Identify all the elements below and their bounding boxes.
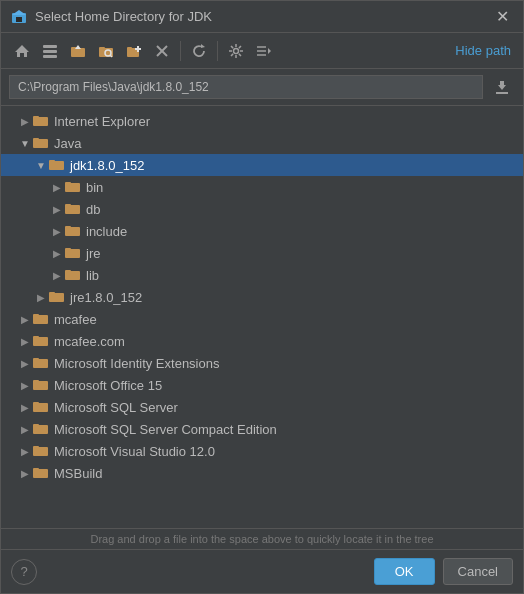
tree-item[interactable]: ▶Microsoft Identity Extensions bbox=[1, 352, 523, 374]
tree-item[interactable]: ▶bin bbox=[1, 176, 523, 198]
close-button[interactable]: ✕ bbox=[492, 7, 513, 27]
tree-chevron[interactable]: ▶ bbox=[33, 292, 49, 303]
tree-item[interactable]: ▼jdk1.8.0_152 bbox=[1, 154, 523, 176]
tree-chevron[interactable]: ▶ bbox=[17, 116, 33, 127]
dialog-title: Select Home Directory for JDK bbox=[35, 9, 212, 24]
folder-browse-btn[interactable] bbox=[93, 38, 119, 64]
svg-rect-47 bbox=[33, 314, 39, 317]
tree-item[interactable]: ▶include bbox=[1, 220, 523, 242]
tree-item-label: jre bbox=[86, 246, 100, 261]
tree-chevron[interactable]: ▼ bbox=[33, 160, 49, 171]
tree-item[interactable]: ▼Java bbox=[1, 132, 523, 154]
folder-icon bbox=[65, 179, 81, 196]
tree-item[interactable]: ▶lib bbox=[1, 264, 523, 286]
tree-item[interactable]: ▶Microsoft SQL Server bbox=[1, 396, 523, 418]
tree-chevron[interactable]: ▶ bbox=[49, 270, 65, 281]
folder-icon bbox=[33, 113, 49, 130]
tree-item[interactable]: ▶Microsoft Visual Studio 12.0 bbox=[1, 440, 523, 462]
toolbar: Hide path bbox=[1, 33, 523, 69]
folder-icon bbox=[33, 311, 49, 328]
folder-icon bbox=[33, 377, 49, 394]
home-btn[interactable] bbox=[9, 38, 35, 64]
svg-rect-41 bbox=[65, 248, 71, 251]
tree-container[interactable]: ▶Internet Explorer▼Java▼jdk1.8.0_152▶bin… bbox=[1, 106, 523, 528]
toolbar-separator bbox=[180, 41, 181, 61]
svg-rect-6 bbox=[43, 55, 57, 58]
tree-chevron[interactable]: ▶ bbox=[17, 424, 33, 435]
tree-chevron[interactable]: ▶ bbox=[17, 314, 33, 325]
new-folder-icon bbox=[126, 43, 142, 59]
cancel-button[interactable]: Cancel bbox=[443, 558, 513, 585]
tree-chevron[interactable]: ▼ bbox=[17, 138, 33, 149]
svg-marker-27 bbox=[498, 81, 506, 90]
svg-marker-25 bbox=[268, 48, 271, 54]
path-input[interactable] bbox=[9, 75, 483, 99]
list-view-btn[interactable] bbox=[37, 38, 63, 64]
folder-up-icon bbox=[70, 43, 86, 59]
ok-button[interactable]: OK bbox=[374, 558, 435, 585]
svg-rect-33 bbox=[49, 160, 55, 163]
svg-rect-53 bbox=[33, 380, 39, 383]
folder-icon bbox=[65, 223, 81, 240]
tree-chevron[interactable]: ▶ bbox=[17, 380, 33, 391]
dialog-icon bbox=[11, 9, 27, 25]
folder-up-btn[interactable] bbox=[65, 38, 91, 64]
svg-marker-20 bbox=[201, 44, 205, 48]
path-download-btn[interactable] bbox=[489, 74, 515, 100]
tree-chevron[interactable]: ▶ bbox=[49, 248, 65, 259]
expand-btn[interactable] bbox=[251, 38, 277, 64]
hide-path-button[interactable]: Hide path bbox=[451, 41, 515, 60]
help-button[interactable]: ? bbox=[11, 559, 37, 585]
folder-icon bbox=[33, 355, 49, 372]
tree-chevron[interactable]: ▶ bbox=[49, 204, 65, 215]
folder-icon bbox=[65, 201, 81, 218]
expand-icon bbox=[256, 43, 272, 59]
tree-chevron[interactable]: ▶ bbox=[17, 468, 33, 479]
svg-rect-57 bbox=[33, 424, 39, 427]
tree-chevron[interactable]: ▶ bbox=[17, 358, 33, 369]
tree-item[interactable]: ▶db bbox=[1, 198, 523, 220]
folder-icon bbox=[65, 267, 81, 284]
tree-item[interactable]: ▶mcafee bbox=[1, 308, 523, 330]
tree-item-label: jre1.8.0_152 bbox=[70, 290, 142, 305]
tree-item-label: Internet Explorer bbox=[54, 114, 150, 129]
folder-icon bbox=[33, 443, 49, 460]
svg-rect-37 bbox=[65, 204, 71, 207]
tree-item[interactable]: ▶Internet Explorer bbox=[1, 110, 523, 132]
folder-icon bbox=[49, 157, 65, 174]
tree-chevron[interactable]: ▶ bbox=[17, 336, 33, 347]
delete-icon bbox=[154, 43, 170, 59]
folder-icon bbox=[33, 333, 49, 350]
download-icon bbox=[494, 79, 510, 95]
folder-icon bbox=[49, 289, 65, 306]
svg-marker-3 bbox=[15, 45, 29, 57]
new-folder-btn[interactable] bbox=[121, 38, 147, 64]
tree-item-label: MSBuild bbox=[54, 466, 102, 481]
svg-rect-59 bbox=[33, 446, 39, 449]
tree-item[interactable]: ▶Microsoft Office 15 bbox=[1, 374, 523, 396]
refresh-btn[interactable] bbox=[186, 38, 212, 64]
home-icon bbox=[14, 43, 30, 59]
tree-item-label: Microsoft Office 15 bbox=[54, 378, 162, 393]
folder-icon bbox=[33, 465, 49, 482]
tree-item[interactable]: ▶jre1.8.0_152 bbox=[1, 286, 523, 308]
tree-item[interactable]: ▶mcafee.com bbox=[1, 330, 523, 352]
tree-chevron[interactable]: ▶ bbox=[17, 402, 33, 413]
tree-item-label: jdk1.8.0_152 bbox=[70, 158, 144, 173]
delete-btn[interactable] bbox=[149, 38, 175, 64]
svg-rect-15 bbox=[127, 47, 132, 50]
svg-rect-61 bbox=[33, 468, 39, 471]
tree-item[interactable]: ▶Microsoft SQL Server Compact Edition bbox=[1, 418, 523, 440]
path-bar bbox=[1, 69, 523, 106]
tree-item[interactable]: ▶jre bbox=[1, 242, 523, 264]
svg-rect-26 bbox=[496, 92, 508, 94]
svg-rect-49 bbox=[33, 336, 39, 339]
tree-chevron[interactable]: ▶ bbox=[49, 226, 65, 237]
svg-rect-2 bbox=[16, 17, 22, 22]
tree-item[interactable]: ▶MSBuild bbox=[1, 462, 523, 484]
folder-icon bbox=[65, 245, 81, 262]
svg-point-21 bbox=[234, 48, 239, 53]
tree-chevron[interactable]: ▶ bbox=[17, 446, 33, 457]
settings-btn[interactable] bbox=[223, 38, 249, 64]
tree-chevron[interactable]: ▶ bbox=[49, 182, 65, 193]
